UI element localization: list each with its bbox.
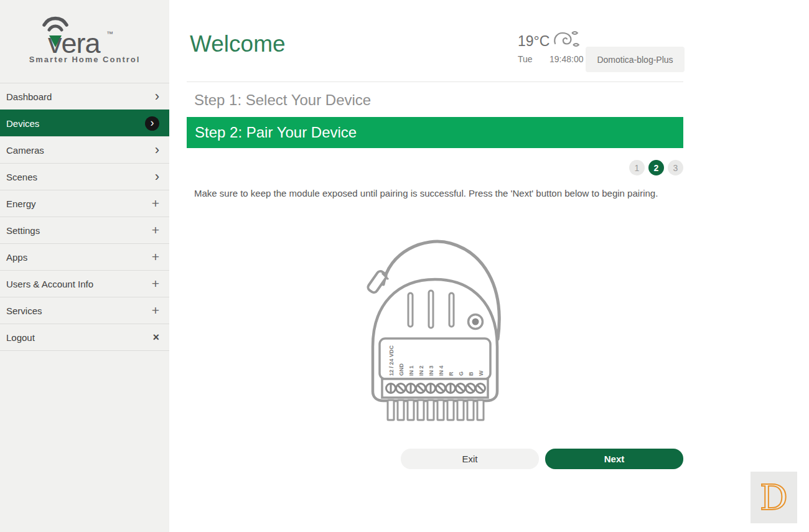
device-illustration: 12 / 24 VDC GND IN 1 IN 2 IN 3 IN 4 R G …: [357, 235, 513, 430]
terminal-label: R: [448, 371, 454, 376]
sidebar-item-settings[interactable]: Settings +: [0, 217, 169, 243]
sidebar-item-cameras[interactable]: Cameras ›: [0, 136, 169, 163]
terminal-label: W: [478, 370, 484, 376]
sidebar-item-scenes[interactable]: Scenes ›: [0, 163, 169, 190]
terminal-label: 12 / 24 VDC: [388, 345, 395, 376]
exit-button[interactable]: Exit: [401, 449, 539, 469]
vera-logo-icon: vera ™: [30, 11, 139, 57]
plus-icon: +: [152, 303, 159, 318]
terminal-label: IN 2: [418, 365, 424, 376]
weather-time: 19:48:00: [549, 54, 584, 64]
sidebar-item-services[interactable]: Services +: [0, 297, 169, 324]
sidebar-item-energy[interactable]: Energy +: [0, 190, 169, 217]
terminal-label: G: [458, 371, 464, 376]
pairing-instruction: Make sure to keep the module exposed unt…: [187, 188, 683, 198]
sidebar-item-label: Energy: [6, 198, 36, 209]
sidebar-item-label: Apps: [6, 252, 27, 263]
next-button[interactable]: Next: [545, 449, 683, 469]
logo-wordmark: vera: [48, 27, 101, 57]
wizard-pagination: 1 2 3: [187, 160, 683, 175]
sidebar-item-label: Cameras: [6, 145, 44, 156]
page-dot-3[interactable]: 3: [668, 160, 683, 175]
controller-name-button[interactable]: Domotica-blog-Plus: [586, 47, 685, 72]
wizard-actions: Exit Next: [187, 449, 683, 469]
sidebar-item-label: Devices: [6, 118, 39, 129]
chevron-right-icon: ›: [155, 171, 159, 182]
sidebar-item-label: Services: [6, 306, 42, 316]
logo-trademark: ™: [106, 30, 113, 37]
pairing-wizard: Step 1: Select Your Device Step 2: Pair …: [187, 82, 683, 469]
terminal-label: B: [468, 371, 474, 376]
sidebar-item-label: Dashboard: [6, 91, 52, 102]
page-dot-1[interactable]: 1: [629, 160, 645, 175]
main-content: Welcome 19°C Tue 19:48:00 Domotica-blog-…: [169, 0, 809, 532]
chevron-right-icon: ›: [155, 91, 159, 102]
sidebar-item-label: Scenes: [6, 172, 37, 182]
plus-icon: +: [152, 250, 159, 264]
logo-tagline: Smarter Home Control: [29, 55, 141, 64]
weather-temperature: 19°C: [518, 33, 549, 50]
close-icon: ×: [152, 331, 159, 344]
terminal-label: GND: [398, 363, 404, 376]
sidebar-item-apps[interactable]: Apps +: [0, 243, 169, 270]
domotica-watermark-badge: D: [751, 472, 797, 523]
weather-day: Tue: [518, 54, 533, 64]
rgbw-module-drawing: 12 / 24 VDC GND IN 1 IN 2 IN 3 IN 4 R G …: [357, 235, 513, 427]
plus-icon: +: [152, 223, 159, 238]
antenna-cap: [367, 270, 388, 294]
chevron-right-circle-icon: ›: [145, 116, 159, 131]
page-dot-2-active[interactable]: 2: [648, 160, 664, 175]
terminal-label: IN 4: [438, 365, 444, 376]
sidebar-item-dashboard[interactable]: Dashboard ›: [0, 83, 169, 110]
sidebar-item-label: Users & Account Info: [6, 279, 93, 289]
plus-icon: +: [152, 196, 159, 211]
sidebar-item-logout[interactable]: Logout ×: [0, 324, 169, 350]
sidebar-item-label: Settings: [6, 225, 40, 236]
page-title: Welcome: [190, 31, 286, 57]
wind-swirl-icon: [553, 29, 581, 50]
terminal-label: IN 3: [428, 365, 434, 376]
header: Welcome 19°C Tue 19:48:00 Domotica-blog-…: [169, 0, 809, 82]
vera-logo: vera ™ Smarter Home Control: [0, 0, 169, 83]
wire-stubs: [388, 400, 484, 420]
watermark-letter: D: [760, 480, 788, 515]
sidebar-item-label: Logout: [6, 332, 35, 343]
sidebar-menu: Dashboard › Devices › Cameras › Scenes ›…: [0, 83, 169, 351]
sidebar-item-devices[interactable]: Devices ›: [0, 110, 169, 136]
plus-icon: +: [152, 276, 159, 291]
chevron-right-icon: ›: [155, 144, 159, 156]
terminal-label: IN 1: [408, 365, 414, 376]
sidebar-item-users-account-info[interactable]: Users & Account Info +: [0, 270, 169, 297]
step2-heading: Step 2: Pair Your Device: [187, 117, 683, 148]
step1-heading[interactable]: Step 1: Select Your Device: [194, 91, 683, 109]
sidebar: vera ™ Smarter Home Control Dashboard › …: [0, 0, 169, 532]
